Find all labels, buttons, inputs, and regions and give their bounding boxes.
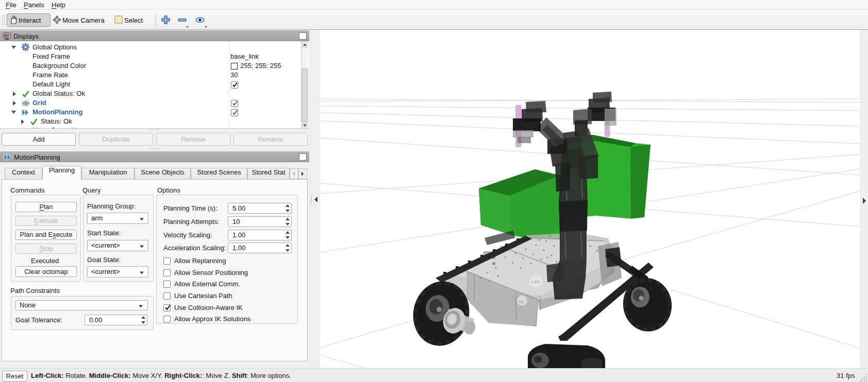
svg-text:og: og xyxy=(519,299,523,304)
svg-text:Leo: Leo xyxy=(532,279,540,284)
